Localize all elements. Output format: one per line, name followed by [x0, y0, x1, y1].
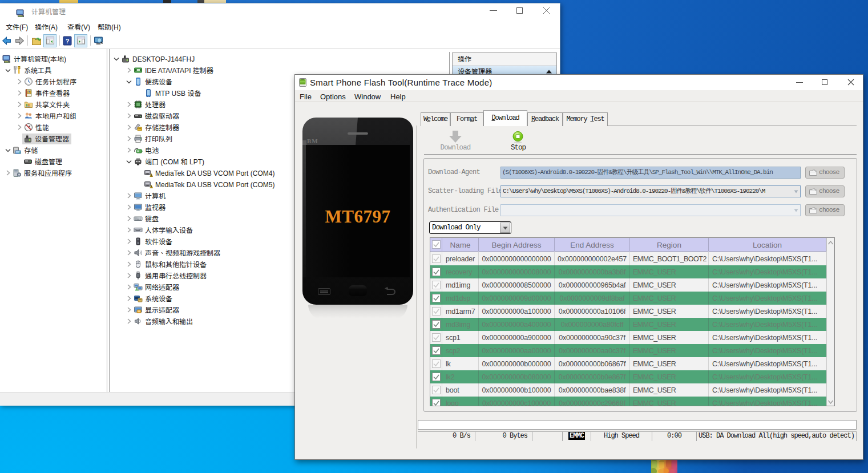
- svg-text:?: ?: [66, 38, 70, 45]
